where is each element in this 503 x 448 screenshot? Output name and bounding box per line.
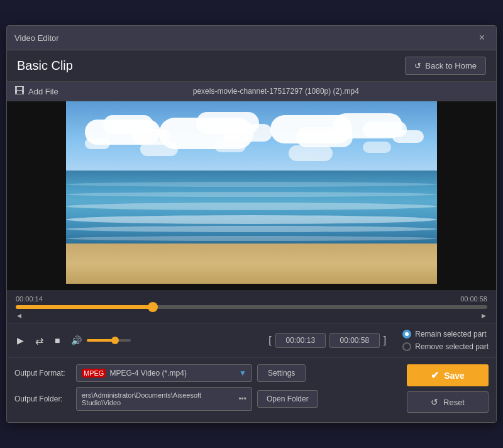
toolbar: 🎞 Add File pexels-movie-channet-17517297…: [7, 82, 496, 101]
timeline-thumb[interactable]: [148, 302, 158, 312]
bottom-section: Output Format: MPEG MPEG-4 Video (*.mp4)…: [7, 357, 496, 422]
remove-radio[interactable]: [402, 342, 411, 351]
start-time-input[interactable]: [275, 333, 326, 348]
timeline-filled: [16, 305, 157, 309]
open-folder-button[interactable]: Open Folder: [257, 390, 318, 408]
stop-button[interactable]: ■: [52, 334, 62, 347]
remove-selected-option[interactable]: Remove selected part: [402, 342, 489, 351]
video-frame: [66, 101, 437, 284]
folder-path-display: ers\Administrator\Documents\Aiseesoft St…: [76, 387, 252, 411]
format-value: MPEG-4 Video (*.mp4): [109, 369, 187, 378]
output-folder-row: Output Folder: ers\Administrator\Documen…: [14, 387, 392, 411]
selection-options: Remain selected part Remove selected par…: [402, 330, 489, 351]
bracket-start-button[interactable]: [: [268, 335, 271, 346]
format-icon: MPEG: [82, 369, 106, 378]
title-bar: Video Editor ×: [7, 26, 496, 50]
reset-button[interactable]: ↺ Reset: [407, 391, 489, 413]
timeline-end-time: 00:00:58: [460, 295, 487, 303]
save-check-icon: ✔: [431, 369, 439, 381]
folder-path-text: ers\Administrator\Documents\Aiseesoft St…: [82, 391, 236, 406]
current-file-name: pexels-movie-channet-17517297 (1080p) (2…: [64, 87, 489, 96]
sand-layer: [66, 244, 437, 284]
back-to-home-button[interactable]: ↺ Back to Home: [405, 57, 486, 75]
page-title: Basic Clip: [17, 59, 73, 73]
bracket-end-button[interactable]: ]: [384, 335, 386, 346]
volume-thumb[interactable]: [111, 337, 119, 344]
loop-icon: ⇄: [35, 335, 43, 347]
bottom-row: Output Format: MPEG MPEG-4 Video (*.mp4)…: [14, 364, 489, 416]
loop-button[interactable]: ⇄: [33, 333, 46, 348]
volume-track[interactable]: [87, 339, 131, 342]
trim-handle-left[interactable]: ◂: [17, 310, 21, 320]
folder-dots-button[interactable]: •••: [238, 395, 246, 403]
controls-section: ▶ ⇄ ■ 🔊 [ ] Remain selected part: [7, 323, 496, 357]
timeline-section: 00:00:14 00:00:58 ◂ ▸: [7, 290, 496, 323]
trim-handles: ◂ ▸: [14, 310, 489, 320]
time-inputs: [ ]: [268, 333, 386, 348]
main-window: Video Editor × Basic Clip ↺ Back to Home…: [6, 25, 497, 423]
volume-control: 🔊: [69, 334, 131, 347]
remain-radio[interactable]: [402, 330, 411, 339]
reset-icon: ↺: [431, 397, 438, 407]
header: Basic Clip ↺ Back to Home: [7, 50, 496, 82]
save-button[interactable]: ✔ Save: [407, 364, 489, 386]
output-format-label: Output Format:: [14, 369, 71, 378]
output-format-row: Output Format: MPEG MPEG-4 Video (*.mp4)…: [14, 364, 392, 382]
window-title: Video Editor: [14, 33, 59, 43]
play-button[interactable]: ▶: [14, 334, 26, 347]
output-folder-label: Output Folder:: [14, 395, 71, 403]
action-buttons: ✔ Save ↺ Reset: [407, 364, 489, 413]
format-select[interactable]: MPEG MPEG-4 Video (*.mp4) ▼: [76, 364, 252, 382]
timeline-start-time: 00:00:14: [16, 295, 43, 303]
letterbox-right: [436, 101, 496, 290]
timeline-track[interactable]: [16, 305, 487, 309]
output-fields: Output Format: MPEG MPEG-4 Video (*.mp4)…: [14, 364, 392, 416]
remain-selected-option[interactable]: Remain selected part: [402, 330, 489, 339]
speaker-icon: 🔊: [71, 335, 82, 345]
end-time-input[interactable]: [329, 333, 380, 348]
video-preview-area: [7, 101, 496, 290]
settings-button[interactable]: Settings: [257, 364, 306, 382]
timeline-timestamps: 00:00:14 00:00:58: [14, 295, 489, 303]
format-dropdown-arrow: ▼: [239, 369, 246, 378]
close-button[interactable]: ×: [475, 31, 489, 45]
trim-handle-right[interactable]: ▸: [482, 310, 486, 320]
refresh-icon: ↺: [414, 61, 421, 70]
volume-icon[interactable]: 🔊: [69, 334, 84, 347]
add-file-button[interactable]: 🎞 Add File: [14, 86, 58, 97]
letterbox-left: [7, 101, 67, 290]
ocean-layer: [66, 171, 437, 247]
add-file-icon: 🎞: [14, 86, 25, 97]
